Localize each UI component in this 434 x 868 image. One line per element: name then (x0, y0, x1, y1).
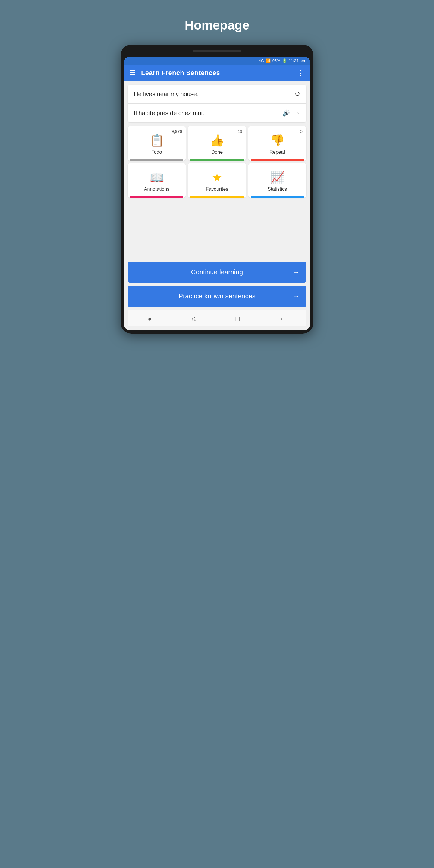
favourites-icon: ★ (212, 171, 222, 184)
annotations-label: Annotations (144, 187, 170, 192)
annotations-bar (130, 196, 183, 198)
next-sentence-icon[interactable]: → (293, 109, 300, 117)
main-content: He lives near my house. ↺ Il habite près… (124, 81, 310, 330)
practice-arrow-icon: → (292, 292, 300, 301)
continue-learning-label: Continue learning (191, 268, 243, 276)
time-display: 11:24 am (289, 59, 305, 63)
repeat-label: Repeat (270, 150, 285, 155)
grid-cards: 9,976 📋 Todo 19 👍 Done 5 👎 Repeat (128, 126, 306, 198)
practice-sentences-button[interactable]: Practice known sentences → (128, 286, 306, 307)
nav-back-icon[interactable]: ← (280, 315, 286, 323)
french-sentence: Il habite près de chez moi. (134, 110, 282, 117)
battery-icon: 🔋 (282, 59, 287, 63)
todo-bar (130, 159, 183, 161)
done-card[interactable]: 19 👍 Done (188, 126, 246, 161)
done-icon: 👍 (210, 134, 224, 147)
sentence-card: He lives near my house. ↺ Il habite près… (128, 85, 306, 122)
phone-frame: 4G 📶 95% 🔋 11:24 am ☰ Learn French Sente… (121, 44, 313, 334)
english-sentence: He lives near my house. (134, 91, 295, 98)
statistics-bar (251, 196, 304, 198)
done-label: Done (211, 150, 223, 155)
nav-home-icon[interactable]: ● (148, 315, 152, 323)
todo-icon: 📋 (150, 134, 164, 147)
statistics-icon: 📈 (270, 171, 284, 184)
annotations-icon: 📖 (150, 171, 164, 184)
favourites-label: Favourites (206, 187, 228, 192)
nav-recent-icon[interactable]: ⎌ (192, 315, 195, 323)
signal-indicator: 4G (258, 59, 264, 63)
practice-sentences-label: Practice known sentences (179, 292, 255, 300)
signal-bars: 📶 (266, 59, 271, 63)
todo-card[interactable]: 9,976 📋 Todo (128, 126, 186, 161)
phone-screen: 4G 📶 95% 🔋 11:24 am ☰ Learn French Sente… (124, 57, 310, 330)
phone-speaker (193, 50, 241, 53)
app-title: Learn French Sentences (141, 69, 292, 77)
hamburger-menu-icon[interactable]: ☰ (130, 69, 135, 77)
content-spacer (128, 201, 306, 261)
page-title: Homepage (185, 18, 250, 33)
more-options-icon[interactable]: ⋮ (297, 69, 304, 77)
repeat-bar (251, 159, 304, 161)
repeat-count: 5 (300, 129, 303, 134)
done-bar (190, 159, 244, 161)
favourites-bar (190, 196, 244, 198)
nav-overview-icon[interactable]: □ (236, 315, 240, 323)
continue-arrow-icon: → (292, 268, 300, 276)
continue-learning-button[interactable]: Continue learning → (128, 261, 306, 283)
done-count: 19 (238, 129, 242, 134)
annotations-card[interactable]: 📖 Annotations (128, 163, 186, 198)
french-sentence-row: Il habite près de chez moi. 🔊 → (128, 104, 306, 122)
favourites-card[interactable]: ★ Favourites (188, 163, 246, 198)
statistics-label: Statistics (268, 187, 287, 192)
app-bar: ☰ Learn French Sentences ⋮ (124, 65, 310, 81)
audio-icon[interactable]: 🔊 (282, 110, 290, 117)
refresh-icon[interactable]: ↺ (295, 90, 300, 98)
todo-count: 9,976 (172, 129, 182, 134)
statistics-card[interactable]: 📈 Statistics (248, 163, 306, 198)
status-bar: 4G 📶 95% 🔋 11:24 am (124, 57, 310, 65)
todo-label: Todo (152, 150, 162, 155)
nav-bar: ● ⎌ □ ← (128, 310, 306, 327)
repeat-icon: 👎 (270, 134, 284, 147)
battery-indicator: 95% (273, 59, 280, 63)
english-sentence-row: He lives near my house. ↺ (128, 85, 306, 104)
repeat-card[interactable]: 5 👎 Repeat (248, 126, 306, 161)
